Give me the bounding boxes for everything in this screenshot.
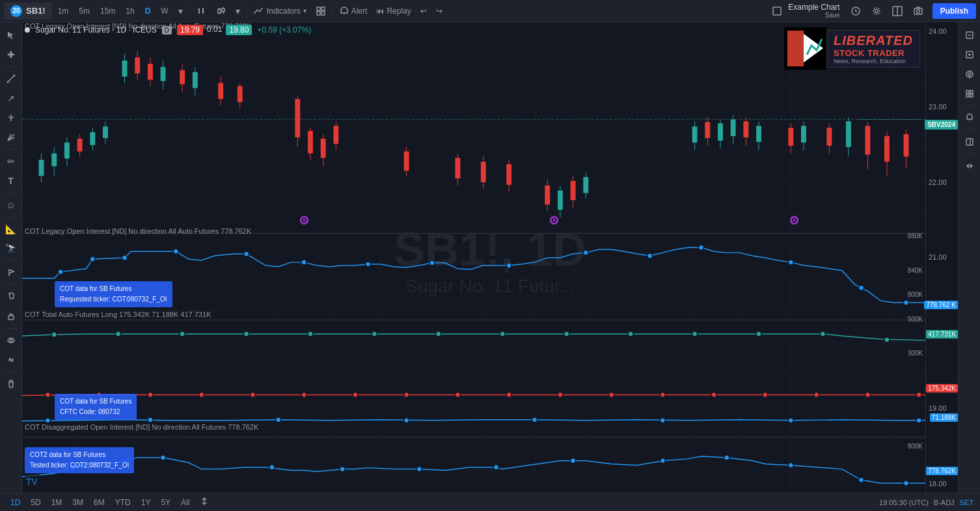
cot2-blue-value: 71.188K bbox=[930, 413, 958, 422]
tf-5d-btn[interactable]: 5D bbox=[27, 497, 44, 508]
layout-button[interactable] bbox=[888, 3, 906, 19]
cot2-green-value: 417.731K bbox=[926, 330, 958, 338]
chart-svg[interactable]: ⊙ ⊙ ⊙ bbox=[22, 22, 925, 493]
emoji-icon[interactable]: ☺ bbox=[2, 196, 20, 214]
svg-point-158 bbox=[250, 393, 255, 398]
templates-button[interactable] bbox=[312, 3, 330, 19]
tf-D[interactable]: D bbox=[141, 5, 156, 18]
tf-3m-btn[interactable]: 3M bbox=[68, 497, 87, 508]
redo-button[interactable]: ↪ bbox=[432, 4, 446, 18]
svg-point-27 bbox=[7, 81, 8, 83]
undo-button[interactable]: ↩ bbox=[416, 4, 431, 18]
tf-ytd-btn[interactable]: YTD bbox=[111, 497, 135, 508]
publish-button[interactable]: Publish bbox=[932, 3, 976, 19]
svg-rect-64 bbox=[161, 67, 166, 81]
compare-icon[interactable] bbox=[196, 495, 213, 509]
lock-icon[interactable] bbox=[2, 307, 20, 325]
cot2-info-line2: CFTC Code: 080732 bbox=[60, 407, 131, 417]
replay-button[interactable]: ⏮ Replay bbox=[372, 4, 415, 18]
sidebar-panel-icon[interactable] bbox=[960, 133, 979, 151]
cot1-info-line1: COT data for SB Futures bbox=[60, 284, 167, 294]
plus-icon[interactable] bbox=[960, 46, 979, 64]
logo-bot: News, Research, Education bbox=[834, 58, 913, 64]
alert-button[interactable]: Alert bbox=[336, 4, 372, 18]
screenshot-button[interactable] bbox=[909, 3, 927, 19]
crosshair-icon[interactable]: ✚ bbox=[2, 46, 20, 64]
svg-point-191 bbox=[859, 477, 864, 482]
svg-rect-120 bbox=[884, 136, 890, 161]
settings-button[interactable] bbox=[867, 3, 886, 19]
chart-type-bars[interactable] bbox=[193, 3, 211, 19]
tf-1m-btn[interactable]: 1M bbox=[48, 497, 66, 508]
pitchfork-icon[interactable] bbox=[2, 109, 20, 127]
measure-icon[interactable]: 📐 bbox=[2, 220, 20, 238]
tf-dropdown[interactable]: ▾ bbox=[174, 3, 187, 19]
chart-type-candle[interactable] bbox=[212, 3, 230, 19]
tf-dropdown2[interactable]: ▾ bbox=[232, 3, 244, 19]
left-sep4 bbox=[5, 217, 18, 217]
svg-point-132 bbox=[506, 263, 511, 268]
tf-5m[interactable]: 5m bbox=[74, 5, 94, 18]
svg-rect-14 bbox=[317, 12, 320, 15]
tf-15m[interactable]: 15m bbox=[96, 5, 120, 18]
clock-button[interactable] bbox=[847, 3, 865, 19]
svg-rect-9 bbox=[222, 8, 225, 12]
chart-area[interactable]: SB1!, 1D Sugar No. 11 Futur... Sugar No.… bbox=[22, 22, 958, 511]
svg-rect-213 bbox=[966, 139, 973, 145]
svg-rect-62 bbox=[148, 64, 153, 80]
link-icon[interactable] bbox=[2, 351, 20, 369]
svg-rect-6 bbox=[218, 9, 221, 13]
brush-icon[interactable]: ✏ bbox=[2, 152, 20, 171]
svg-rect-4 bbox=[202, 11, 203, 12]
svg-rect-110 bbox=[788, 128, 793, 146]
symbol-search[interactable]: 20 SB1! bbox=[4, 3, 52, 20]
tf-1d-btn[interactable]: 1D bbox=[7, 497, 24, 508]
tf-1h[interactable]: 1h bbox=[121, 5, 139, 18]
indicators-button[interactable]: Indicators ▾ bbox=[250, 3, 310, 19]
cursor-icon[interactable] bbox=[2, 26, 20, 44]
svg-point-128 bbox=[244, 251, 249, 256]
minus-icon[interactable] bbox=[960, 26, 979, 44]
arrow-icon[interactable]: ↗ bbox=[2, 89, 20, 107]
sep2 bbox=[247, 5, 247, 18]
cot3-info-line1: COT2 data for SB Futures bbox=[30, 450, 129, 460]
symbol-change: +0.59 (+3.07%) bbox=[257, 25, 311, 35]
symbol-dot bbox=[25, 27, 30, 33]
b-adj: B-ADJ bbox=[934, 499, 955, 506]
tf-1y-btn[interactable]: 1Y bbox=[137, 497, 155, 508]
cot1-840k: 840K bbox=[908, 267, 958, 274]
tf-W[interactable]: W bbox=[156, 5, 172, 18]
resize-icon[interactable] bbox=[960, 157, 979, 175]
svg-rect-17 bbox=[773, 7, 781, 15]
bell-icon[interactable] bbox=[960, 109, 979, 127]
svg-point-134 bbox=[647, 253, 653, 258]
gann-icon[interactable] bbox=[2, 128, 20, 146]
svg-point-165 bbox=[609, 393, 614, 398]
svg-rect-209 bbox=[970, 90, 973, 93]
grid-icon[interactable] bbox=[960, 85, 979, 103]
tf-all-btn[interactable]: All bbox=[177, 497, 193, 508]
tf-1m[interactable]: 1m bbox=[53, 5, 74, 18]
svg-rect-76 bbox=[308, 131, 313, 153]
fullscreen-button[interactable] bbox=[769, 4, 785, 18]
svg-rect-48 bbox=[51, 154, 57, 167]
eye-icon[interactable] bbox=[2, 331, 20, 350]
target-icon[interactable] bbox=[960, 65, 979, 83]
tf-6m-btn[interactable]: 6M bbox=[90, 497, 109, 508]
svg-point-173 bbox=[148, 417, 153, 422]
svg-rect-86 bbox=[481, 161, 486, 182]
tf-5y-btn[interactable]: 5Y bbox=[157, 497, 174, 508]
set[interactable]: SET bbox=[960, 499, 973, 506]
svg-point-21 bbox=[875, 9, 878, 12]
trendline-icon[interactable] bbox=[2, 70, 20, 88]
trash-icon[interactable] bbox=[2, 375, 20, 393]
magnet-icon[interactable] bbox=[2, 288, 20, 306]
flag-icon[interactable] bbox=[2, 264, 20, 282]
logo-icon bbox=[784, 27, 826, 70]
text-icon[interactable]: T bbox=[2, 172, 20, 190]
zoom-icon[interactable]: 🔭 bbox=[2, 240, 20, 258]
svg-point-162 bbox=[455, 393, 460, 398]
svg-rect-106 bbox=[743, 121, 748, 137]
svg-point-179 bbox=[916, 418, 921, 423]
svg-rect-1 bbox=[198, 9, 199, 10]
